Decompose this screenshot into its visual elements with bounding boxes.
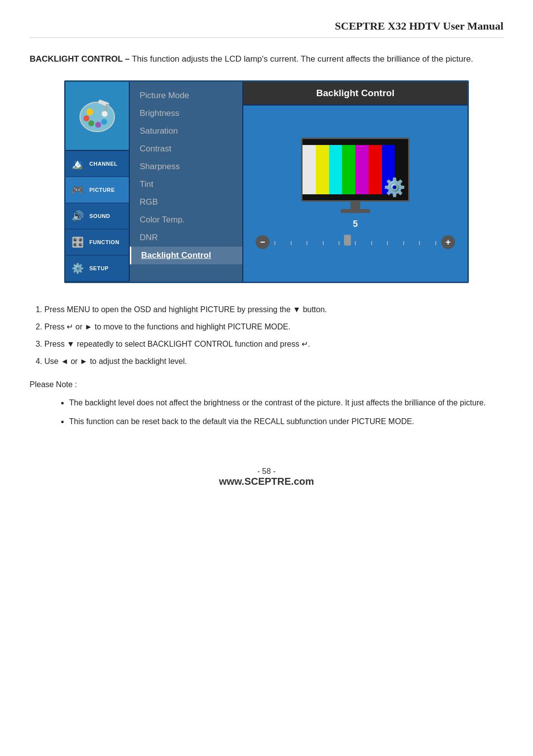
sidebar-top-icon	[66, 82, 129, 151]
instructions-section: Press MENU to open the OSD and highlight…	[30, 303, 503, 368]
notes-list: The backlight level does not affect the …	[30, 396, 503, 428]
sidebar-sound-label: SOUND	[89, 213, 110, 219]
menu-tint[interactable]: Tint	[130, 176, 242, 193]
tv-stand	[350, 202, 360, 209]
svg-point-4	[95, 122, 101, 128]
please-note-label: Please Note :	[30, 380, 503, 389]
sound-icon: 🔊	[69, 207, 86, 225]
sidebar-item-channel[interactable]: 🏔️ CHANNEL	[66, 151, 129, 177]
menu-dnr[interactable]: DNR	[130, 229, 242, 247]
sidebar-item-setup[interactable]: ⚙️ SETUP	[66, 255, 129, 282]
osd-menu: Picture Mode Brightness Saturation Contr…	[130, 82, 243, 282]
menu-picture-mode[interactable]: Picture Mode	[130, 87, 242, 105]
osd-right-panel: Backlight Control ⚙️	[243, 82, 467, 282]
page-footer: - 58 - www.SCEPTRE.com	[30, 467, 503, 487]
osd-sidebar: 🏔️ CHANNEL 🎮 PICTURE 🔊 SOUND 🎛️ FUNCTION…	[66, 82, 130, 282]
menu-saturation[interactable]: Saturation	[130, 122, 242, 140]
slider-minus-button[interactable]: −	[256, 235, 269, 249]
tv-base	[341, 209, 370, 213]
website-url: www.SCEPTRE.com	[30, 476, 503, 487]
intro-paragraph: BACKLIGHT CONTROL – This function adjust…	[30, 53, 503, 66]
slider-row: − +	[251, 235, 460, 249]
intro-text: This function adjusts the LCD lamp's cur…	[130, 54, 473, 64]
svg-point-3	[88, 120, 94, 126]
slider-thumb	[344, 235, 351, 246]
instruction-step-4: Use ◄ or ► to adjust the backlight level…	[44, 355, 503, 368]
menu-backlight-control[interactable]: Backlight Control	[130, 247, 242, 264]
tv-preview: ⚙️	[301, 138, 410, 202]
instruction-step-3: Press ▼ repeatedly to select BACKLIGHT C…	[44, 337, 503, 351]
page-header: SCEPTRE X32 HDTV User Manual	[30, 20, 503, 38]
channel-icon: 🏔️	[69, 155, 86, 173]
svg-point-5	[101, 119, 107, 125]
note-item-1: The backlight level does not affect the …	[69, 396, 503, 409]
intro-bold: BACKLIGHT CONTROL –	[30, 54, 130, 64]
sidebar-item-sound[interactable]: 🔊 SOUND	[66, 203, 129, 229]
svg-point-8	[102, 111, 108, 117]
tv-gear-icon: ⚙️	[383, 177, 406, 198]
sidebar-picture-label: PICTURE	[89, 187, 115, 193]
svg-point-2	[83, 115, 89, 121]
panel-preview-area: ⚙️ 5 −	[243, 106, 467, 282]
menu-color-temp[interactable]: Color Temp.	[130, 211, 242, 229]
sidebar-channel-label: CHANNEL	[89, 161, 117, 167]
page-number: - 58 -	[30, 467, 503, 476]
instruction-step-2: Press ↵ or ► to move to the functions an…	[44, 320, 503, 333]
sidebar-setup-label: SETUP	[89, 265, 109, 271]
sidebar-item-function[interactable]: 🎛️ FUNCTION	[66, 229, 129, 255]
menu-rgb[interactable]: RGB	[130, 193, 242, 211]
instruction-step-1: Press MENU to open the OSD and highlight…	[44, 303, 503, 316]
instructions-list: Press MENU to open the OSD and highlight…	[30, 303, 503, 368]
menu-brightness[interactable]: Brightness	[130, 105, 242, 122]
picture-icon: 🎮	[69, 181, 86, 199]
setup-icon: ⚙️	[69, 259, 86, 277]
panel-header-title: Backlight Control	[243, 82, 467, 106]
sidebar-item-picture[interactable]: 🎮 PICTURE	[66, 177, 129, 203]
sidebar-function-label: FUNCTION	[89, 239, 119, 245]
svg-point-1	[86, 108, 93, 115]
menu-contrast[interactable]: Contrast	[130, 140, 242, 158]
note-item-2: This function can be reset back to the d…	[69, 415, 503, 428]
slider-ticks	[274, 240, 436, 246]
osd-screenshot: 🏔️ CHANNEL 🎮 PICTURE 🔊 SOUND 🎛️ FUNCTION…	[64, 80, 469, 283]
menu-sharpness[interactable]: Sharpness	[130, 158, 242, 176]
slider-value: 5	[353, 219, 358, 229]
slider-plus-button[interactable]: +	[441, 235, 455, 249]
function-icon: 🎛️	[69, 233, 86, 251]
